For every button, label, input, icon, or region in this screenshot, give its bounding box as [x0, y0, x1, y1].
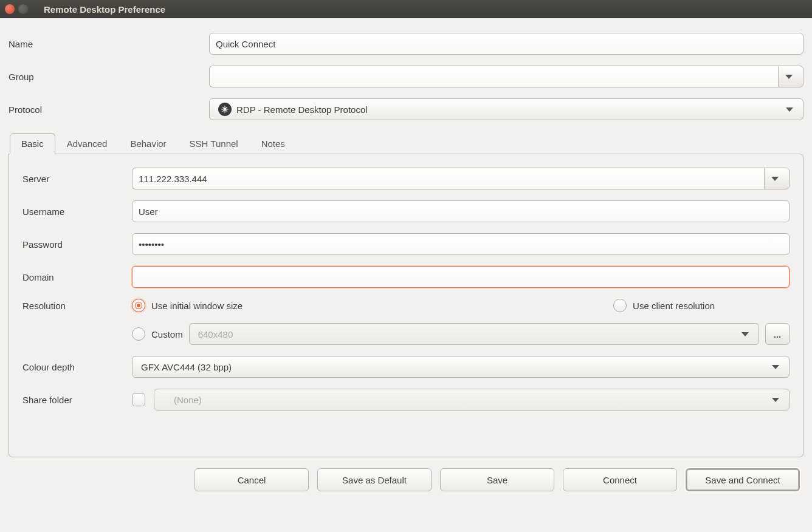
window-title: Remote Desktop Preference — [44, 4, 165, 15]
chevron-down-icon — [741, 332, 749, 336]
radio-client-label: Use client resolution — [633, 301, 715, 311]
share-folder-checkbox[interactable] — [132, 393, 145, 406]
top-form: Name Group Protocol RDP - Remote Desktop… — [9, 26, 803, 132]
chevron-down-icon — [772, 365, 779, 369]
action-bar: Cancel Save as Default Save Connect Save… — [9, 457, 803, 491]
chevron-down-icon — [771, 177, 779, 181]
tab-area: Basic Advanced Behavior SSH Tunnel Notes… — [9, 132, 803, 457]
resolution-custom-row: Custom 640x480 ... — [132, 323, 790, 345]
tab-bar: Basic Advanced Behavior SSH Tunnel Notes — [9, 132, 803, 154]
group-dropdown-button[interactable] — [778, 66, 803, 87]
connect-button[interactable]: Connect — [563, 468, 677, 491]
domain-label: Domain — [22, 272, 132, 282]
save-as-default-button[interactable]: Save as Default — [317, 468, 432, 491]
protocol-combo[interactable]: RDP - Remote Desktop Protocol — [209, 98, 803, 120]
share-folder-row: (None) — [132, 389, 790, 411]
server-combo[interactable] — [132, 168, 790, 189]
tab-panel-basic: Server Username Password Domain Resoluti… — [9, 154, 803, 457]
chevron-down-icon — [785, 75, 793, 79]
protocol-value: RDP - Remote Desktop Protocol — [236, 104, 368, 115]
tab-notes[interactable]: Notes — [250, 133, 297, 154]
resolution-radio-group: Use initial window size Use client resol… — [132, 299, 790, 312]
server-dropdown-button[interactable] — [764, 168, 790, 189]
domain-input[interactable] — [132, 266, 790, 288]
chevron-down-icon — [772, 398, 779, 402]
username-input[interactable] — [132, 200, 790, 222]
radio-initial-window-size[interactable] — [132, 299, 145, 312]
password-label: Password — [22, 239, 132, 250]
radio-initial-label: Use initial window size — [151, 301, 243, 311]
tab-ssh-tunnel[interactable]: SSH Tunnel — [178, 133, 250, 154]
tab-advanced[interactable]: Advanced — [55, 133, 119, 154]
tab-behavior[interactable]: Behavior — [119, 133, 177, 154]
close-icon[interactable] — [5, 4, 15, 14]
share-folder-label: Share folder — [22, 395, 132, 405]
cancel-button[interactable]: Cancel — [194, 468, 309, 491]
tab-basic[interactable]: Basic — [10, 133, 55, 154]
server-input[interactable] — [132, 168, 764, 189]
share-folder-value: (None) — [160, 395, 772, 405]
name-label: Name — [9, 39, 209, 49]
radio-custom-resolution[interactable] — [132, 327, 145, 341]
server-label: Server — [22, 174, 132, 184]
custom-resolution-value: 640x480 — [196, 329, 741, 339]
group-combo[interactable] — [209, 66, 803, 87]
password-input[interactable] — [132, 233, 790, 255]
protocol-label: Protocol — [9, 104, 209, 115]
colour-depth-value: GFX AVC444 (32 bpp) — [139, 362, 772, 372]
custom-resolution-combo[interactable]: 640x480 — [189, 323, 759, 345]
custom-resolution-more-button[interactable]: ... — [765, 323, 790, 345]
save-button[interactable]: Save — [440, 468, 554, 491]
colour-depth-combo[interactable]: GFX AVC444 (32 bpp) — [132, 356, 790, 378]
group-label: Group — [9, 72, 209, 82]
name-input[interactable] — [209, 33, 803, 55]
radio-custom-label: Custom — [151, 329, 183, 339]
rdp-icon — [218, 103, 232, 116]
ellipsis-icon: ... — [774, 329, 782, 339]
save-and-connect-button[interactable]: Save and Connect — [686, 468, 800, 491]
username-label: Username — [22, 206, 132, 217]
chevron-down-icon — [786, 107, 793, 112]
group-input[interactable] — [209, 66, 778, 87]
radio-client-resolution[interactable] — [613, 299, 627, 312]
share-folder-combo[interactable]: (None) — [154, 389, 790, 411]
titlebar: Remote Desktop Preference — [0, 0, 812, 18]
colour-depth-label: Colour depth — [22, 362, 132, 372]
window-body: Name Group Protocol RDP - Remote Desktop… — [0, 18, 812, 500]
resolution-label: Resolution — [22, 301, 132, 311]
minimize-icon[interactable] — [18, 4, 28, 14]
